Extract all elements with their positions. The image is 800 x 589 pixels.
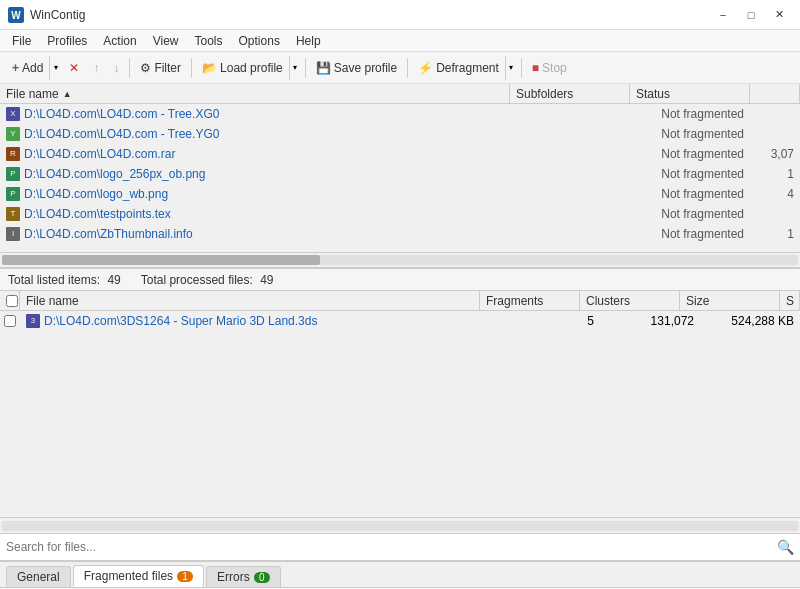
fragmented-panel: File name Fragments Clusters Size S 3: [0, 291, 800, 533]
add-dropdown-arrow[interactable]: ▾: [49, 56, 61, 80]
file-icon: Y: [6, 127, 20, 141]
search-icon[interactable]: 🔍: [777, 539, 794, 555]
th-extra[interactable]: [750, 84, 800, 103]
defragment-dropdown[interactable]: ⚡ Defragment ▾: [412, 56, 517, 80]
filter-icon: ⚙: [140, 61, 151, 75]
cell-status: Not fragmented: [630, 107, 750, 121]
app-icon: W: [8, 7, 24, 23]
add-dropdown[interactable]: + Add ▾: [6, 56, 61, 80]
remove-button[interactable]: ✕: [63, 56, 85, 80]
th-filename[interactable]: File name ▲: [0, 84, 510, 103]
stop-label: Stop: [542, 61, 567, 75]
file-icon: R: [6, 147, 20, 161]
cell-extra: 1: [750, 227, 800, 241]
add-button[interactable]: + Add: [6, 56, 49, 80]
file-path[interactable]: D:\LO4D.com\LO4D.com - Tree.XG0: [24, 107, 219, 121]
status-between: Total listed items: 49 Total processed f…: [0, 269, 800, 291]
select-all-checkbox[interactable]: [6, 295, 18, 307]
file-icon: 3: [26, 314, 40, 328]
th-clusters[interactable]: Clusters: [580, 291, 680, 310]
file-path[interactable]: D:\LO4D.com\ZbThumbnail.info: [24, 227, 193, 241]
row-checkbox[interactable]: [4, 315, 16, 327]
menu-options[interactable]: Options: [231, 32, 288, 50]
down-button[interactable]: ↓: [107, 56, 125, 80]
cell-status: Not fragmented: [630, 227, 750, 241]
close-button[interactable]: ✕: [766, 5, 792, 25]
toolbar: + Add ▾ ✕ ↑ ↓ ⚙ Filter 📂 Load profile ▾ …: [0, 52, 800, 84]
th-frag-filename[interactable]: File name: [20, 291, 480, 310]
menu-view[interactable]: View: [145, 32, 187, 50]
filter-button[interactable]: ⚙ Filter: [134, 56, 187, 80]
file-path[interactable]: D:\LO4D.com\LO4D.com.rar: [24, 147, 175, 161]
add-icon: +: [12, 61, 19, 75]
tab-errors[interactable]: Errors 0: [206, 566, 281, 587]
tab-fragmented-label: Fragmented files: [84, 569, 173, 583]
tab-fragmented-files[interactable]: Fragmented files 1: [73, 565, 204, 587]
th-status[interactable]: Status: [630, 84, 750, 103]
separator-1: [129, 58, 130, 78]
menu-action[interactable]: Action: [95, 32, 144, 50]
file-icon: P: [6, 167, 20, 181]
cell-fragments: 5: [500, 314, 600, 328]
lower-horizontal-scrollbar[interactable]: [0, 517, 800, 533]
upper-horizontal-scrollbar[interactable]: [0, 252, 800, 268]
defragment-icon: ⚡: [418, 61, 433, 75]
defragment-button[interactable]: ⚡ Defragment: [412, 56, 505, 80]
load-profile-dropdown[interactable]: 📂 Load profile ▾: [196, 56, 301, 80]
cell-status: Not fragmented: [630, 167, 750, 181]
table-row: R D:\LO4D.com\LO4D.com.rar Not fragmente…: [0, 144, 800, 164]
save-profile-label: Save profile: [334, 61, 397, 75]
search-input[interactable]: [6, 540, 777, 554]
th-fragments[interactable]: Fragments: [480, 291, 580, 310]
th-checkbox[interactable]: [0, 291, 20, 310]
app-title: WinContig: [30, 8, 85, 22]
load-dropdown-arrow[interactable]: ▾: [289, 56, 301, 80]
save-profile-button[interactable]: 💾 Save profile: [310, 56, 403, 80]
cell-clusters: 131,072: [600, 314, 700, 328]
up-icon: ↑: [93, 61, 99, 75]
load-profile-button[interactable]: 📂 Load profile: [196, 56, 289, 80]
stop-button[interactable]: ■ Stop: [526, 56, 573, 80]
th-s[interactable]: S: [780, 291, 800, 310]
cell-extra: 4: [750, 187, 800, 201]
tab-general-label: General: [17, 570, 60, 584]
total-processed: Total processed files: 49: [141, 273, 274, 287]
load-profile-label: Load profile: [220, 61, 283, 75]
table-row: I D:\LO4D.com\ZbThumbnail.info Not fragm…: [0, 224, 800, 244]
cell-extra: 3,07: [750, 147, 800, 161]
remove-icon: ✕: [69, 61, 79, 75]
table-row: T D:\LO4D.com\testpoints.tex Not fragmen…: [0, 204, 800, 224]
menu-help[interactable]: Help: [288, 32, 329, 50]
minimize-button[interactable]: −: [710, 5, 736, 25]
th-size[interactable]: Size: [680, 291, 780, 310]
frag-file-path[interactable]: D:\LO4D.com\3DS1264 - Super Mario 3D Lan…: [44, 314, 317, 328]
up-button[interactable]: ↑: [87, 56, 105, 80]
defragment-label: Defragment: [436, 61, 499, 75]
th-subfolders[interactable]: Subfolders: [510, 84, 630, 103]
menu-tools[interactable]: Tools: [187, 32, 231, 50]
file-path[interactable]: D:\LO4D.com\LO4D.com - Tree.YG0: [24, 127, 219, 141]
filter-label: Filter: [154, 61, 181, 75]
defragment-dropdown-arrow[interactable]: ▾: [505, 56, 517, 80]
down-icon: ↓: [113, 61, 119, 75]
file-path[interactable]: D:\LO4D.com\logo_256px_ob.png: [24, 167, 205, 181]
menu-profiles[interactable]: Profiles: [39, 32, 95, 50]
main-content: File name ▲ Subfolders Status X D:\LO4D.…: [0, 84, 800, 533]
save-icon: 💾: [316, 61, 331, 75]
stop-icon: ■: [532, 61, 539, 75]
file-table-header: File name ▲ Subfolders Status: [0, 84, 800, 104]
file-path[interactable]: D:\LO4D.com\testpoints.tex: [24, 207, 171, 221]
scrollbar-thumb[interactable]: [2, 255, 320, 265]
search-bar: 🔍: [0, 533, 800, 561]
cell-status: Not fragmented: [630, 127, 750, 141]
file-rows: X D:\LO4D.com\LO4D.com - Tree.XG0 Not fr…: [0, 104, 800, 252]
tab-general[interactable]: General: [6, 566, 71, 587]
table-row: P D:\LO4D.com\logo_wb.png Not fragmented…: [0, 184, 800, 204]
cell-status: Not fragmented: [630, 207, 750, 221]
load-icon: 📂: [202, 61, 217, 75]
sort-arrow-filename: ▲: [63, 89, 72, 99]
file-path[interactable]: D:\LO4D.com\logo_wb.png: [24, 187, 168, 201]
maximize-button[interactable]: □: [738, 5, 764, 25]
separator-3: [305, 58, 306, 78]
menu-file[interactable]: File: [4, 32, 39, 50]
